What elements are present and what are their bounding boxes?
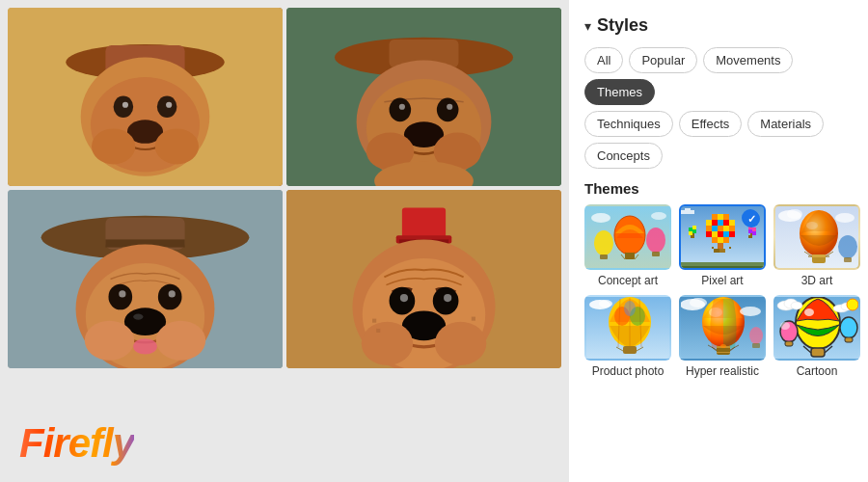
svg-point-12 [155, 128, 199, 164]
svg-rect-59 [472, 317, 475, 321]
svg-point-182 [847, 299, 858, 310]
svg-rect-101 [719, 249, 725, 253]
image-cell-top-left [8, 8, 283, 186]
svg-rect-82 [712, 220, 718, 226]
svg-rect-92 [712, 231, 718, 237]
svg-rect-78 [712, 214, 718, 220]
svg-rect-60 [376, 329, 380, 333]
svg-rect-179 [785, 341, 793, 346]
theme-label-3d-art: 3D art [801, 274, 833, 287]
styles-title: Styles [597, 15, 648, 36]
svg-rect-58 [372, 319, 376, 323]
filter-materials[interactable]: Materials [747, 111, 824, 137]
svg-point-168 [804, 308, 814, 316]
theme-thumb-cartoon [773, 295, 860, 361]
svg-point-156 [720, 344, 726, 348]
chevron-icon: ▾ [584, 18, 591, 34]
theme-item-3d-art[interactable]: 3D art [773, 204, 860, 287]
svg-rect-115 [748, 235, 752, 238]
firefly-logo: Firefly [19, 420, 134, 467]
svg-rect-79 [718, 214, 723, 220]
svg-rect-106 [689, 231, 692, 235]
svg-rect-118 [691, 210, 694, 214]
svg-rect-108 [692, 233, 694, 235]
svg-point-75 [591, 213, 610, 223]
svg-rect-98 [723, 237, 729, 243]
svg-point-76 [651, 212, 666, 220]
svg-rect-80 [723, 214, 729, 220]
themes-section-title: Themes [584, 180, 853, 197]
svg-rect-110 [748, 226, 752, 229]
svg-rect-111 [752, 228, 756, 231]
svg-rect-88 [718, 226, 723, 231]
filter-all[interactable]: All [584, 47, 623, 73]
svg-rect-113 [752, 231, 756, 235]
theme-label-hyper-realistic: Hyper realistic [686, 364, 759, 378]
svg-rect-97 [718, 237, 723, 243]
theme-item-pixel-art[interactable]: ✓ Pixel art [679, 204, 766, 287]
svg-rect-74 [652, 252, 660, 256]
image-cell-top-right [286, 8, 561, 186]
svg-rect-103 [729, 247, 731, 249]
filter-popular[interactable]: Popular [629, 47, 697, 73]
filter-concepts[interactable]: Concepts [584, 143, 663, 169]
theme-thumb-concept-art [584, 204, 671, 270]
svg-rect-181 [845, 337, 853, 342]
svg-point-38 [169, 290, 176, 297]
theme-item-cartoon[interactable]: Cartoon [773, 295, 860, 378]
svg-point-174 [791, 302, 802, 309]
svg-point-41 [85, 321, 134, 361]
svg-rect-81 [706, 220, 712, 226]
svg-rect-72 [600, 254, 608, 259]
svg-point-178 [780, 322, 790, 330]
filter-techniques[interactable]: Techniques [584, 111, 673, 137]
left-panel: Firefly [0, 0, 569, 482]
svg-rect-117 [685, 208, 691, 214]
svg-rect-102 [712, 247, 714, 249]
svg-rect-169 [811, 348, 825, 357]
svg-point-22 [399, 104, 405, 110]
svg-point-20 [390, 98, 412, 122]
svg-point-149 [599, 300, 612, 308]
svg-point-11 [92, 128, 135, 164]
theme-item-product-photo[interactable]: Product photo [584, 295, 671, 378]
svg-rect-83 [718, 220, 723, 226]
svg-rect-116 [681, 210, 685, 214]
filter-row-1: All Popular Movements Themes [584, 47, 853, 105]
theme-item-hyper-realistic[interactable]: Hyper realistic [679, 295, 766, 378]
svg-point-56 [362, 322, 413, 365]
svg-rect-99 [718, 243, 723, 249]
image-grid [0, 0, 569, 376]
svg-point-164 [749, 327, 763, 344]
svg-rect-95 [729, 231, 735, 237]
filter-themes[interactable]: Themes [584, 79, 655, 105]
svg-rect-86 [706, 226, 712, 231]
filter-row-2: Techniques Effects Materials Concepts [584, 111, 853, 169]
svg-point-23 [447, 104, 452, 110]
filter-movements[interactable]: Movements [703, 47, 793, 73]
svg-rect-46 [402, 208, 446, 240]
svg-point-57 [435, 322, 486, 365]
svg-point-163 [740, 307, 761, 316]
filter-effects[interactable]: Effects [679, 111, 743, 137]
styles-header: ▾ Styles [584, 15, 853, 36]
image-cell-bottom-left [8, 190, 283, 368]
svg-point-162 [690, 298, 707, 308]
svg-point-134 [835, 213, 854, 223]
svg-rect-100 [714, 249, 719, 253]
svg-rect-93 [718, 231, 723, 237]
theme-item-concept-art[interactable]: Concept art [584, 204, 671, 287]
svg-point-53 [400, 294, 408, 302]
theme-thumb-product-photo [584, 295, 671, 361]
right-panel: ▾ Styles All Popular Movements Themes Te… [569, 0, 868, 482]
svg-rect-107 [692, 229, 696, 233]
svg-rect-104 [689, 228, 692, 231]
svg-point-180 [840, 317, 857, 338]
theme-thumb-hyper-realistic [679, 295, 766, 361]
svg-rect-105 [692, 226, 696, 229]
svg-point-36 [158, 284, 182, 310]
theme-grid: Concept art [584, 204, 853, 378]
svg-rect-91 [706, 231, 712, 237]
svg-rect-90 [729, 226, 735, 231]
svg-rect-165 [752, 343, 760, 348]
